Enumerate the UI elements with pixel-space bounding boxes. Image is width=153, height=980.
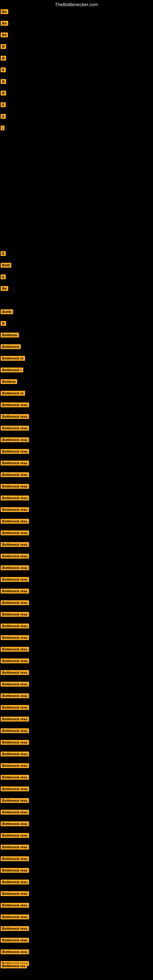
orange-badge-70[interactable]: Bottleneck resu: [1, 938, 29, 943]
orange-badge-24[interactable]: Bottleneck resu: [1, 402, 29, 407]
orange-badge-57[interactable]: Bottleneck resu: [1, 786, 29, 791]
orange-badge-43[interactable]: Bottleneck resu: [1, 624, 29, 628]
orange-badge-63[interactable]: Bottleneck resu: [1, 856, 29, 861]
orange-badge-59[interactable]: Bottleneck resu: [1, 810, 29, 815]
orange-badge-33[interactable]: Bottleneck resu: [1, 507, 29, 512]
orange-badge-29[interactable]: Bottleneck resu: [1, 461, 29, 466]
orange-badge-6[interactable]: E: [1, 67, 6, 72]
orange-badge-73[interactable]: Bottleneck res: [1, 964, 27, 968]
orange-badge-22[interactable]: Bottlene: [1, 379, 17, 384]
orange-badge-32[interactable]: Bottleneck resu: [1, 495, 29, 500]
orange-badge-58[interactable]: Bottleneck resu: [1, 798, 29, 803]
orange-badge-37[interactable]: Bottleneck resu: [1, 554, 29, 558]
orange-badge-19[interactable]: Bottleneck: [1, 344, 21, 349]
orange-badge-41[interactable]: Bottleneck resu: [1, 600, 29, 605]
orange-badge-36[interactable]: Bottleneck resu: [1, 542, 29, 547]
orange-badge-51[interactable]: Bottleneck resu: [1, 717, 29, 722]
orange-badge-62[interactable]: Bottleneck resu: [1, 845, 29, 850]
orange-badge-18[interactable]: Bottlenec: [1, 332, 19, 337]
orange-badge-23[interactable]: Bottleneck re: [1, 391, 25, 396]
orange-badge-66[interactable]: Bottleneck resu: [1, 891, 29, 896]
orange-badge-60[interactable]: Bottleneck resu: [1, 821, 29, 826]
orange-badge-53[interactable]: Bottleneck resu: [1, 740, 29, 745]
orange-badge-9[interactable]: E: [1, 102, 6, 107]
orange-badge-56[interactable]: Bottleneck resu: [1, 775, 29, 780]
orange-badge-64[interactable]: Bottleneck resu: [1, 868, 29, 873]
orange-badge-10[interactable]: E: [1, 114, 6, 119]
orange-badge-14[interactable]: E: [1, 274, 6, 279]
orange-badge-13[interactable]: Bottl: [1, 263, 11, 268]
orange-badge-34[interactable]: Bottleneck resu: [1, 519, 29, 524]
orange-badge-4[interactable]: B: [1, 44, 6, 49]
orange-badge-28[interactable]: Bottleneck resu: [1, 449, 29, 454]
orange-badge-8[interactable]: B: [1, 91, 6, 95]
orange-badge-45[interactable]: Bottleneck resu: [1, 647, 29, 652]
orange-badge-69[interactable]: Bottleneck resu: [1, 926, 29, 931]
orange-badge-2[interactable]: Bo: [1, 21, 8, 26]
orange-badge-68[interactable]: Bottleneck resu: [1, 915, 29, 920]
orange-badge-39[interactable]: Bottleneck resu: [1, 577, 29, 582]
orange-badge-65[interactable]: Bottleneck resu: [1, 880, 29, 885]
orange-badge-20[interactable]: Bottleneck re: [1, 356, 25, 361]
orange-badge-3[interactable]: B4: [1, 32, 8, 37]
orange-badge-54[interactable]: Bottleneck resu: [1, 751, 29, 756]
orange-badge-49[interactable]: Bottleneck resu: [1, 694, 29, 698]
orange-badge-50[interactable]: Bottleneck resu: [1, 705, 29, 710]
orange-badge-15[interactable]: Bo: [1, 286, 8, 291]
orange-badge-71[interactable]: Bottleneck resu: [1, 950, 29, 954]
orange-badge-26[interactable]: Bottleneck resu: [1, 426, 29, 431]
orange-badge-17[interactable]: B: [1, 321, 6, 326]
orange-badge-21[interactable]: Bottleneck r: [1, 368, 23, 372]
orange-badge-16[interactable]: Bottle: [1, 309, 13, 314]
orange-badge-1[interactable]: Bo: [1, 9, 8, 14]
orange-badge-44[interactable]: Bottleneck resu: [1, 635, 29, 640]
orange-badge-38[interactable]: Bottleneck resu: [1, 565, 29, 570]
orange-badge-48[interactable]: Bottleneck resu: [1, 682, 29, 687]
orange-badge-40[interactable]: Bottleneck resu: [1, 589, 29, 593]
page-container: TheBottlenecker.com BoBoB4BBEBBEE|EBottl…: [0, 0, 153, 980]
orange-badge-11[interactable]: |: [1, 126, 5, 130]
orange-badge-61[interactable]: Bottleneck resu: [1, 833, 29, 838]
orange-badge-42[interactable]: Bottleneck resu: [1, 612, 29, 617]
orange-badge-7[interactable]: B: [1, 79, 6, 84]
orange-badge-5[interactable]: B: [1, 56, 6, 60]
orange-badge-47[interactable]: Bottleneck resu: [1, 670, 29, 675]
orange-badge-27[interactable]: Bottleneck resu: [1, 438, 29, 442]
orange-badge-30[interactable]: Bottleneck resu: [1, 472, 29, 477]
orange-badge-52[interactable]: Bottleneck resu: [1, 728, 29, 733]
orange-badge-31[interactable]: Bottleneck resu: [1, 484, 29, 489]
orange-badge-25[interactable]: Bottleneck resu: [1, 414, 29, 419]
orange-badge-46[interactable]: Bottleneck resu: [1, 659, 29, 663]
orange-badge-67[interactable]: Bottleneck resu: [1, 903, 29, 908]
orange-badge-55[interactable]: Bottleneck resu: [1, 763, 29, 768]
orange-badge-12[interactable]: E: [1, 251, 6, 256]
site-title: TheBottlenecker.com: [0, 0, 153, 9]
orange-badge-35[interactable]: Bottleneck resu: [1, 530, 29, 535]
